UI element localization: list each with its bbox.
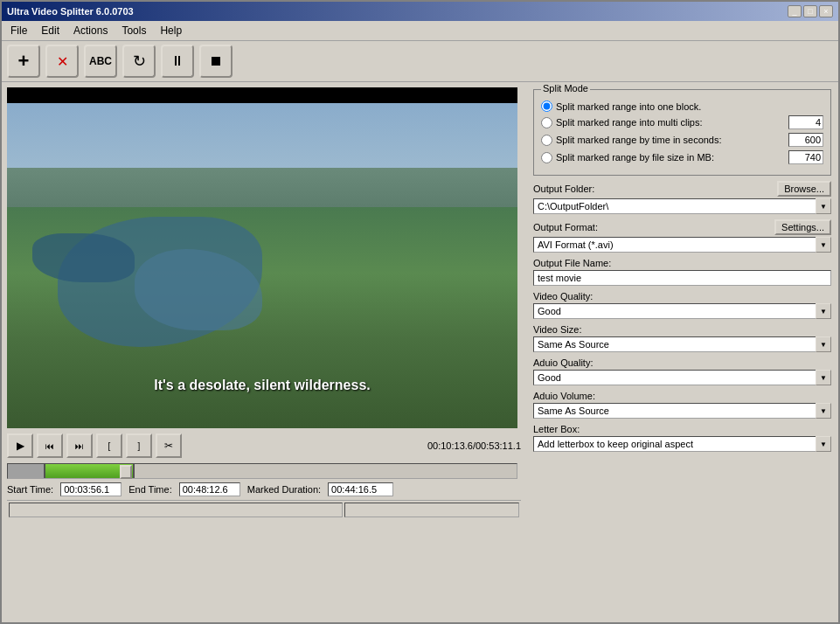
letter-box-label: Letter Box: [533,424,831,434]
time-row: Start Time: End Time: Marked Duration: [7,482,521,496]
add-button[interactable]: + [7,45,40,78]
toolbar: + ✕ ABC ↻ ⏸ ⏹ [2,41,838,82]
play-button[interactable]: ▶ [7,433,33,458]
status-right [344,503,519,517]
video-quality-dropdown[interactable]: Good Better Best Normal [533,303,831,319]
letter-box-section: Letter Box: Add letterbox to keep origin… [533,424,831,452]
start-time-input[interactable] [60,482,121,496]
split-option-1: Split marked range into multi clips: [541,115,823,129]
start-time-label: Start Time: [7,484,53,495]
audio-quality-dropdown-wrapper: Good Better Best ▼ [533,370,831,385]
video-quality-dropdown-wrapper: Good Better Best Normal ▼ [533,303,831,319]
video-quality-label: Video Quality: [533,291,831,302]
menu-edit[interactable]: Edit [36,23,65,38]
maximize-button[interactable]: □ [803,5,817,17]
browse-button[interactable]: Browse... [777,181,831,197]
folder-dropdown[interactable]: C:\OutputFolder\ D:\Videos\ [533,198,831,214]
split-radio-2[interactable] [541,135,552,146]
split-input-1[interactable] [788,115,823,129]
output-filename-input[interactable] [533,270,831,286]
audio-quality-section: Aduio Quality: Good Better Best ▼ [533,357,831,385]
split-radio-0[interactable] [541,101,552,112]
folder-dropdown-wrapper: C:\OutputFolder\ D:\Videos\ ▼ [533,198,831,214]
letter-box-dropdown[interactable]: Add letterbox to keep original aspect No… [533,436,831,452]
video-quality-section: Video Quality: Good Better Best Normal ▼ [533,291,831,319]
marked-duration-input[interactable] [328,482,393,496]
menu-file[interactable]: File [5,23,32,38]
audio-volume-section: Aduio Volume: Same As Source 50% 100% 15… [533,391,831,419]
status-left [9,503,343,517]
audio-quality-label: Aduio Quality: [533,357,831,368]
split-option-0: Split marked range into one block. [541,101,823,112]
audio-quality-dropdown[interactable]: Good Better Best [533,370,831,385]
split-input-2[interactable] [788,133,823,147]
right-panel: Split Mode Split marked range into one b… [526,82,838,622]
close-button[interactable]: × [819,5,833,17]
video-size-section: Video Size: Same As Source 640x480 1280x… [533,324,831,352]
menu-help[interactable]: Help [155,23,187,38]
frame-back-button[interactable]: ⏮ [37,433,63,458]
split-option-2: Split marked range by time in seconds: [541,133,823,147]
audio-volume-label: Aduio Volume: [533,391,831,401]
split-label-0: Split marked range into one block. [556,101,823,112]
window-title: Ultra Video Splitter 6.0.0703 [7,6,134,17]
split-mode-title: Split Mode [541,83,590,94]
output-folder-label: Output Folder: [533,184,594,194]
settings-button[interactable]: Settings... [774,219,831,235]
split-radio-3[interactable] [541,152,552,163]
output-filename-label: Output File Name: [533,258,831,268]
split-radio-1[interactable] [541,117,552,128]
cancel-button[interactable]: ✕ [45,45,79,78]
video-size-label: Video Size: [533,324,831,335]
video-area: It's a desolate, silent wilderness. [7,87,517,428]
format-dropdown-wrapper: AVI Format (*.avi) MP4 Format (*.mp4) MK… [533,237,831,253]
output-folder-section: Output Folder: Browse... C:\OutputFolder… [533,181,831,214]
split-option-3: Split marked range by file size in MB: [541,150,823,164]
output-folder-header: Output Folder: Browse... [533,181,831,197]
audio-volume-dropdown-wrapper: Same As Source 50% 100% 150% ▼ [533,403,831,419]
output-format-header: Output Format: Settings... [533,219,831,235]
main-window: Ultra Video Splitter 6.0.0703 _ □ × File… [0,0,840,624]
playback-controls: ▶ ⏮ ⏭ [ ] ✂ 00:10:13.6/00:53:11.1 [7,432,521,460]
window-controls: _ □ × [788,5,833,17]
video-size-dropdown[interactable]: Same As Source 640x480 1280x720 1920x108… [533,336,831,352]
menu-tools[interactable]: Tools [116,23,151,38]
split-label-2: Split marked range by time in seconds: [556,135,785,145]
stop-button[interactable]: ⏹ [199,45,233,78]
output-format-section: Output Format: Settings... AVI Format (*… [533,219,831,253]
status-bar [7,500,521,519]
video-subtitle: It's a desolate, silent wilderness. [154,378,370,393]
mark-in-button[interactable]: [ [96,433,122,458]
pause-button[interactable]: ⏸ [161,45,194,78]
marked-duration-label: Marked Duration: [247,484,321,495]
end-time-label: End Time: [128,484,172,495]
time-display: 00:10:13.6/00:53:11.1 [427,440,521,451]
video-size-dropdown-wrapper: Same As Source 640x480 1280x720 1920x108… [533,336,831,352]
title-bar: Ultra Video Splitter 6.0.0703 _ □ × [2,2,838,21]
refresh-button[interactable]: ↻ [122,45,156,78]
format-dropdown[interactable]: AVI Format (*.avi) MP4 Format (*.mp4) MK… [533,237,831,253]
scissors-button[interactable]: ✂ [156,433,182,458]
frame-forward-button[interactable]: ⏭ [66,433,93,458]
menu-bar: File Edit Actions Tools Help [2,21,838,41]
mark-out-button[interactable]: ] [126,433,152,458]
progress-bar[interactable] [7,463,517,479]
left-panel: It's a desolate, silent wilderness. ▶ ⏮ … [2,82,526,622]
menu-actions[interactable]: Actions [68,23,113,38]
minimize-button[interactable]: _ [788,5,802,17]
main-content: It's a desolate, silent wilderness. ▶ ⏮ … [2,82,838,622]
end-time-input[interactable] [179,482,240,496]
output-filename-section: Output File Name: [533,258,831,286]
output-format-label: Output Format: [533,222,598,232]
audio-volume-dropdown[interactable]: Same As Source 50% 100% 150% [533,403,831,419]
split-label-3: Split marked range by file size in MB: [556,152,785,163]
split-input-3[interactable] [788,150,823,164]
letter-box-dropdown-wrapper: Add letterbox to keep original aspect No… [533,436,831,452]
split-mode-group: Split Mode Split marked range into one b… [533,89,831,176]
abc-button[interactable]: ABC [84,45,117,78]
split-label-1: Split marked range into multi clips: [556,117,785,128]
